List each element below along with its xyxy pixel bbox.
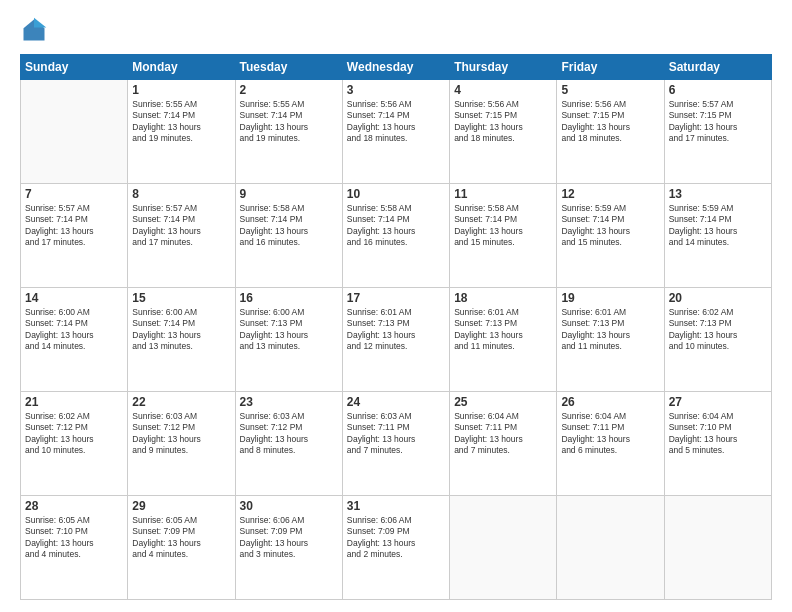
day-number: 5 xyxy=(561,83,659,97)
calendar-cell: 27Sunrise: 6:04 AM Sunset: 7:10 PM Dayli… xyxy=(664,392,771,496)
calendar-cell: 29Sunrise: 6:05 AM Sunset: 7:09 PM Dayli… xyxy=(128,496,235,600)
day-number: 4 xyxy=(454,83,552,97)
day-number: 2 xyxy=(240,83,338,97)
day-info: Sunrise: 6:04 AM Sunset: 7:11 PM Dayligh… xyxy=(454,411,552,457)
day-info: Sunrise: 6:06 AM Sunset: 7:09 PM Dayligh… xyxy=(240,515,338,561)
calendar-cell: 19Sunrise: 6:01 AM Sunset: 7:13 PM Dayli… xyxy=(557,288,664,392)
day-number: 22 xyxy=(132,395,230,409)
day-number: 26 xyxy=(561,395,659,409)
day-number: 30 xyxy=(240,499,338,513)
weekday-header-saturday: Saturday xyxy=(664,55,771,80)
day-info: Sunrise: 5:55 AM Sunset: 7:14 PM Dayligh… xyxy=(132,99,230,145)
day-number: 31 xyxy=(347,499,445,513)
svg-marker-1 xyxy=(34,18,46,28)
weekday-header-wednesday: Wednesday xyxy=(342,55,449,80)
calendar-cell xyxy=(664,496,771,600)
calendar-cell: 20Sunrise: 6:02 AM Sunset: 7:13 PM Dayli… xyxy=(664,288,771,392)
calendar-week-3: 14Sunrise: 6:00 AM Sunset: 7:14 PM Dayli… xyxy=(21,288,772,392)
calendar-cell: 26Sunrise: 6:04 AM Sunset: 7:11 PM Dayli… xyxy=(557,392,664,496)
calendar-cell: 21Sunrise: 6:02 AM Sunset: 7:12 PM Dayli… xyxy=(21,392,128,496)
day-number: 21 xyxy=(25,395,123,409)
day-info: Sunrise: 6:00 AM Sunset: 7:13 PM Dayligh… xyxy=(240,307,338,353)
weekday-header-tuesday: Tuesday xyxy=(235,55,342,80)
calendar-cell: 31Sunrise: 6:06 AM Sunset: 7:09 PM Dayli… xyxy=(342,496,449,600)
day-info: Sunrise: 5:55 AM Sunset: 7:14 PM Dayligh… xyxy=(240,99,338,145)
calendar-table: SundayMondayTuesdayWednesdayThursdayFrid… xyxy=(20,54,772,600)
calendar-cell: 9Sunrise: 5:58 AM Sunset: 7:14 PM Daylig… xyxy=(235,184,342,288)
day-number: 28 xyxy=(25,499,123,513)
day-info: Sunrise: 6:05 AM Sunset: 7:09 PM Dayligh… xyxy=(132,515,230,561)
day-number: 9 xyxy=(240,187,338,201)
weekday-header-thursday: Thursday xyxy=(450,55,557,80)
day-info: Sunrise: 5:57 AM Sunset: 7:15 PM Dayligh… xyxy=(669,99,767,145)
calendar-cell: 1Sunrise: 5:55 AM Sunset: 7:14 PM Daylig… xyxy=(128,80,235,184)
calendar-cell: 24Sunrise: 6:03 AM Sunset: 7:11 PM Dayli… xyxy=(342,392,449,496)
calendar-cell: 13Sunrise: 5:59 AM Sunset: 7:14 PM Dayli… xyxy=(664,184,771,288)
logo xyxy=(20,16,52,44)
day-number: 15 xyxy=(132,291,230,305)
calendar-cell xyxy=(21,80,128,184)
day-number: 19 xyxy=(561,291,659,305)
calendar-cell: 28Sunrise: 6:05 AM Sunset: 7:10 PM Dayli… xyxy=(21,496,128,600)
calendar-cell: 15Sunrise: 6:00 AM Sunset: 7:14 PM Dayli… xyxy=(128,288,235,392)
day-info: Sunrise: 5:56 AM Sunset: 7:15 PM Dayligh… xyxy=(561,99,659,145)
day-info: Sunrise: 6:01 AM Sunset: 7:13 PM Dayligh… xyxy=(561,307,659,353)
day-number: 25 xyxy=(454,395,552,409)
calendar-cell xyxy=(450,496,557,600)
calendar-header: SundayMondayTuesdayWednesdayThursdayFrid… xyxy=(21,55,772,80)
calendar-cell: 12Sunrise: 5:59 AM Sunset: 7:14 PM Dayli… xyxy=(557,184,664,288)
day-number: 24 xyxy=(347,395,445,409)
day-info: Sunrise: 6:03 AM Sunset: 7:12 PM Dayligh… xyxy=(132,411,230,457)
day-info: Sunrise: 6:02 AM Sunset: 7:13 PM Dayligh… xyxy=(669,307,767,353)
calendar-cell: 18Sunrise: 6:01 AM Sunset: 7:13 PM Dayli… xyxy=(450,288,557,392)
calendar-cell: 14Sunrise: 6:00 AM Sunset: 7:14 PM Dayli… xyxy=(21,288,128,392)
day-info: Sunrise: 5:58 AM Sunset: 7:14 PM Dayligh… xyxy=(454,203,552,249)
day-info: Sunrise: 6:06 AM Sunset: 7:09 PM Dayligh… xyxy=(347,515,445,561)
calendar-week-5: 28Sunrise: 6:05 AM Sunset: 7:10 PM Dayli… xyxy=(21,496,772,600)
logo-icon xyxy=(20,16,48,44)
calendar-cell: 10Sunrise: 5:58 AM Sunset: 7:14 PM Dayli… xyxy=(342,184,449,288)
day-info: Sunrise: 5:59 AM Sunset: 7:14 PM Dayligh… xyxy=(669,203,767,249)
day-info: Sunrise: 6:00 AM Sunset: 7:14 PM Dayligh… xyxy=(132,307,230,353)
page: SundayMondayTuesdayWednesdayThursdayFrid… xyxy=(0,0,792,612)
day-number: 20 xyxy=(669,291,767,305)
day-info: Sunrise: 5:57 AM Sunset: 7:14 PM Dayligh… xyxy=(25,203,123,249)
calendar-cell: 5Sunrise: 5:56 AM Sunset: 7:15 PM Daylig… xyxy=(557,80,664,184)
calendar-cell: 3Sunrise: 5:56 AM Sunset: 7:14 PM Daylig… xyxy=(342,80,449,184)
calendar-cell: 25Sunrise: 6:04 AM Sunset: 7:11 PM Dayli… xyxy=(450,392,557,496)
calendar-cell: 7Sunrise: 5:57 AM Sunset: 7:14 PM Daylig… xyxy=(21,184,128,288)
header xyxy=(20,16,772,44)
day-info: Sunrise: 5:57 AM Sunset: 7:14 PM Dayligh… xyxy=(132,203,230,249)
day-info: Sunrise: 5:56 AM Sunset: 7:14 PM Dayligh… xyxy=(347,99,445,145)
calendar-cell xyxy=(557,496,664,600)
weekday-header-sunday: Sunday xyxy=(21,55,128,80)
day-number: 27 xyxy=(669,395,767,409)
day-number: 8 xyxy=(132,187,230,201)
calendar-cell: 17Sunrise: 6:01 AM Sunset: 7:13 PM Dayli… xyxy=(342,288,449,392)
calendar-cell: 2Sunrise: 5:55 AM Sunset: 7:14 PM Daylig… xyxy=(235,80,342,184)
day-number: 7 xyxy=(25,187,123,201)
day-number: 29 xyxy=(132,499,230,513)
day-number: 12 xyxy=(561,187,659,201)
calendar-cell: 22Sunrise: 6:03 AM Sunset: 7:12 PM Dayli… xyxy=(128,392,235,496)
day-number: 10 xyxy=(347,187,445,201)
weekday-header-friday: Friday xyxy=(557,55,664,80)
day-number: 18 xyxy=(454,291,552,305)
day-number: 16 xyxy=(240,291,338,305)
day-info: Sunrise: 5:59 AM Sunset: 7:14 PM Dayligh… xyxy=(561,203,659,249)
day-info: Sunrise: 6:05 AM Sunset: 7:10 PM Dayligh… xyxy=(25,515,123,561)
day-info: Sunrise: 6:01 AM Sunset: 7:13 PM Dayligh… xyxy=(454,307,552,353)
day-number: 17 xyxy=(347,291,445,305)
calendar-cell: 4Sunrise: 5:56 AM Sunset: 7:15 PM Daylig… xyxy=(450,80,557,184)
calendar-week-1: 1Sunrise: 5:55 AM Sunset: 7:14 PM Daylig… xyxy=(21,80,772,184)
calendar-cell: 16Sunrise: 6:00 AM Sunset: 7:13 PM Dayli… xyxy=(235,288,342,392)
day-info: Sunrise: 6:02 AM Sunset: 7:12 PM Dayligh… xyxy=(25,411,123,457)
day-info: Sunrise: 6:04 AM Sunset: 7:11 PM Dayligh… xyxy=(561,411,659,457)
day-number: 14 xyxy=(25,291,123,305)
calendar-cell: 8Sunrise: 5:57 AM Sunset: 7:14 PM Daylig… xyxy=(128,184,235,288)
day-info: Sunrise: 5:56 AM Sunset: 7:15 PM Dayligh… xyxy=(454,99,552,145)
day-info: Sunrise: 6:04 AM Sunset: 7:10 PM Dayligh… xyxy=(669,411,767,457)
day-info: Sunrise: 5:58 AM Sunset: 7:14 PM Dayligh… xyxy=(347,203,445,249)
day-number: 11 xyxy=(454,187,552,201)
day-info: Sunrise: 6:00 AM Sunset: 7:14 PM Dayligh… xyxy=(25,307,123,353)
